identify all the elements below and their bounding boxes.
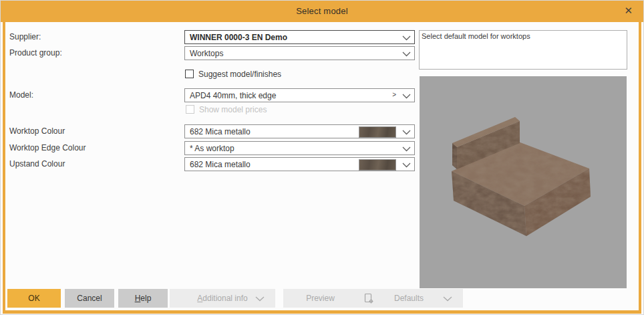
- chevron-down-icon: [402, 35, 411, 41]
- defaults-document-gear-icon: [363, 293, 374, 304]
- cancel-button-label: Cancel: [77, 294, 102, 303]
- worktop-edge-colour-dropdown[interactable]: * As worktop: [184, 141, 415, 155]
- chevron-down-icon: [402, 130, 411, 135]
- chevron-down-icon: [402, 163, 411, 168]
- upstand-colour-value: 682 Mica metallo: [190, 160, 251, 169]
- window-frame-left: [3, 22, 5, 314]
- close-icon[interactable]: ✕: [624, 5, 633, 17]
- model-3d-preview[interactable]: [420, 76, 627, 288]
- help-button[interactable]: Help: [118, 289, 168, 308]
- worktop-edge-colour-value: * As worktop: [190, 144, 234, 153]
- model-dropdown[interactable]: APD4 40mm, thick edge >: [184, 88, 415, 102]
- ok-button[interactable]: OK: [7, 289, 61, 308]
- model-value: APD4 40mm, thick edge: [190, 91, 276, 100]
- worktop-colour-value: 682 Mica metallo: [190, 127, 251, 136]
- chevron-down-icon: [402, 146, 411, 152]
- product-group-dropdown[interactable]: Worktops: [184, 46, 415, 60]
- defaults-button: Defaults: [355, 289, 463, 308]
- ok-button-label: OK: [28, 294, 39, 303]
- help-button-label: elp: [140, 294, 151, 303]
- supplier-value: WINNER 0000-3 EN Demo: [190, 33, 287, 42]
- preview-button: Preview: [283, 289, 357, 308]
- product-group-value: Worktops: [190, 49, 223, 58]
- supplier-dropdown[interactable]: WINNER 0000-3 EN Demo: [184, 30, 415, 44]
- upstand-colour-swatch: [359, 159, 396, 171]
- suggest-model-checkbox-label: Suggest model/finishes: [198, 70, 281, 79]
- show-model-prices-checkbox: [186, 105, 194, 114]
- worktop-colour-label: Worktop Colour: [9, 126, 65, 136]
- select-model-dialog: Select model ✕ Supplier: Product group: …: [0, 0, 644, 315]
- worktop-3d-render: [420, 76, 627, 288]
- additional-info-button: Additional info: [170, 289, 275, 308]
- upstand-colour-dropdown[interactable]: 682 Mica metallo: [184, 157, 415, 171]
- worktop-colour-swatch: [359, 126, 396, 138]
- model-label: Model:: [9, 90, 33, 100]
- product-group-label: Product group:: [9, 48, 62, 58]
- suggest-model-checkbox[interactable]: [185, 70, 194, 78]
- preview-button-label: Preview: [306, 294, 335, 303]
- additional-info-label: dditional info: [202, 294, 247, 303]
- defaults-button-label: Defaults: [394, 294, 424, 303]
- chevron-down-icon: [255, 296, 265, 302]
- window-frame-right: [639, 22, 641, 314]
- model-expand-glyph: >: [392, 91, 396, 98]
- chevron-down-icon: [402, 94, 411, 99]
- supplier-label: Supplier:: [9, 32, 41, 41]
- window-frame-bottom: [3, 310, 641, 314]
- show-model-prices-checkbox-label: Show model prices: [199, 105, 267, 114]
- chevron-down-icon: [402, 51, 411, 57]
- titlebar: Select model ✕: [1, 1, 643, 22]
- cancel-button[interactable]: Cancel: [65, 289, 114, 308]
- chevron-down-icon: [443, 296, 452, 302]
- model-info-text: Select default model for worktops: [419, 30, 627, 70]
- upstand-colour-label: Upstand Colour: [9, 159, 65, 169]
- worktop-edge-colour-label: Worktop Edge Colour: [9, 143, 86, 152]
- dialog-title: Select model: [1, 6, 643, 16]
- worktop-colour-dropdown[interactable]: 682 Mica metallo: [184, 124, 415, 138]
